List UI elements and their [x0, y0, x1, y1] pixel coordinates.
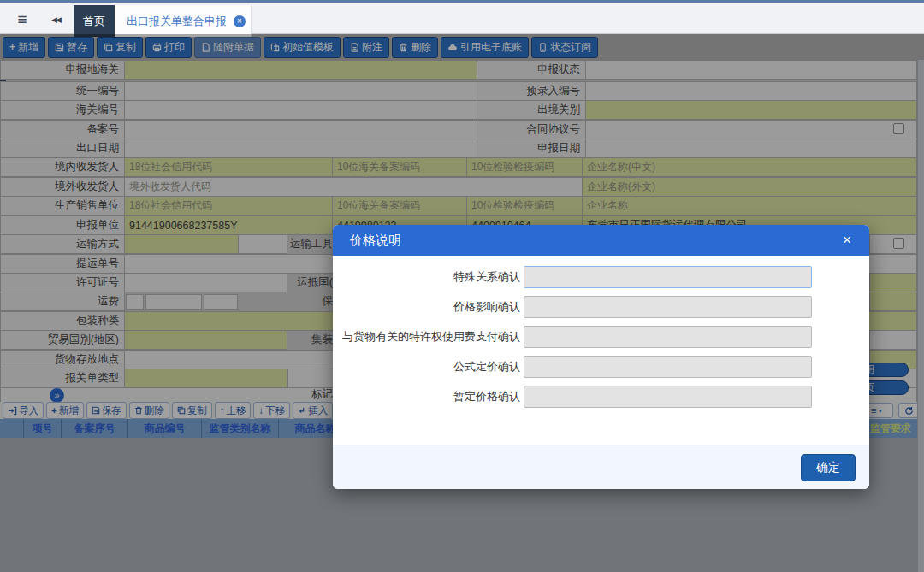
- royalty-payment-input[interactable]: [524, 326, 812, 348]
- dialog-header: 价格说明: [333, 225, 869, 256]
- royalty-payment-row: 与货物有关的特许权使用费支付确认: [333, 326, 869, 348]
- royalty-payment-label: 与货物有关的特许权使用费支付确认: [333, 326, 520, 348]
- tab-home[interactable]: 首页: [74, 5, 115, 37]
- special-relation-label: 特殊关系确认: [333, 266, 520, 288]
- formula-pricing-input[interactable]: [524, 356, 812, 378]
- app-window: ≡ ◀◀ 首页 出口报关单整合申报 × +新增 暂存 复制 打印 随附单据 初始…: [0, 0, 924, 572]
- dialog-title: 价格说明: [350, 233, 401, 249]
- dialog-footer: 确定: [333, 445, 869, 489]
- tab-home-label: 首页: [83, 14, 105, 29]
- special-relation-row: 特殊关系确认: [333, 266, 869, 288]
- provisional-price-row: 暂定价格确认: [333, 386, 869, 408]
- price-impact-input[interactable]: [524, 296, 812, 318]
- price-description-dialog: 价格说明 × 特殊关系确认 价格影响确认 与货物有关的特许权使用费支付确认 公式…: [333, 225, 869, 489]
- hamburger-menu-icon[interactable]: ≡: [12, 9, 33, 30]
- special-relation-input[interactable]: [524, 266, 812, 288]
- provisional-price-input[interactable]: [524, 386, 812, 408]
- price-impact-row: 价格影响确认: [333, 296, 869, 318]
- formula-pricing-label: 公式定价确认: [333, 356, 520, 378]
- formula-pricing-row: 公式定价确认: [333, 356, 869, 378]
- confirm-button[interactable]: 确定: [801, 454, 856, 481]
- tab-export-declaration[interactable]: 出口报关单整合申报 ×: [115, 5, 252, 37]
- dialog-close-icon[interactable]: ×: [838, 232, 856, 249]
- collapse-tabs-icon[interactable]: ◀◀: [44, 13, 67, 27]
- tab-bar: ≡ ◀◀ 首页 出口报关单整合申报 ×: [0, 0, 924, 34]
- tab-doc-label: 出口报关单整合申报: [127, 14, 227, 29]
- provisional-price-label: 暂定价格确认: [333, 386, 520, 408]
- tab-close-icon[interactable]: ×: [234, 15, 246, 27]
- price-impact-label: 价格影响确认: [333, 296, 520, 318]
